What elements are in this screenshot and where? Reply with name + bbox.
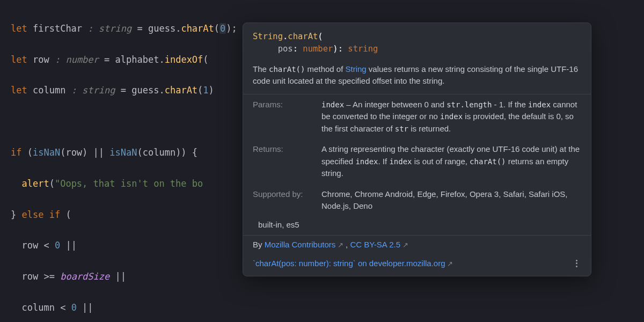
- params-section: Params: index – An integer between 0 and…: [243, 94, 591, 140]
- returns-body: A string representing the character (exa…: [321, 143, 581, 180]
- popup-footer: `charAt(pos: number): string` on develop…: [243, 254, 591, 276]
- tags: built-in, es5: [243, 217, 591, 236]
- string-link[interactable]: String: [346, 64, 367, 74]
- external-link-icon: ↗: [400, 241, 408, 249]
- more-options-icon[interactable]: [572, 259, 581, 268]
- external-link-icon: ↗: [445, 260, 453, 268]
- returns-section: Returns: A string representing the chara…: [243, 139, 591, 184]
- supported-section: Supported by: Chrome, Chrome Android, Ed…: [243, 184, 591, 217]
- supported-label: Supported by:: [253, 188, 317, 213]
- code-line: column < 0 ||: [11, 300, 633, 316]
- description: The charAt() method of String values ret…: [243, 60, 591, 94]
- returns-label: Returns:: [253, 143, 317, 180]
- license-link[interactable]: CC BY-SA 2.5: [350, 240, 400, 249]
- attribution: By Mozilla Contributors ↗ , CC BY-SA 2.5…: [243, 236, 591, 254]
- external-link-icon: ↗: [335, 241, 343, 249]
- signature: String.charAt( pos: number): string: [243, 23, 591, 60]
- params-body: index – An integer between 0 and str.len…: [321, 99, 581, 135]
- mdn-link[interactable]: `charAt(pos: number): string` on develop…: [253, 259, 445, 268]
- params-label: Params:: [253, 99, 317, 135]
- supported-body: Chrome, Chrome Android, Edge, Firefox, O…: [321, 188, 581, 213]
- contributors-link[interactable]: Mozilla Contributors: [265, 240, 336, 249]
- documentation-popup[interactable]: String.charAt( pos: number): string The …: [243, 23, 591, 276]
